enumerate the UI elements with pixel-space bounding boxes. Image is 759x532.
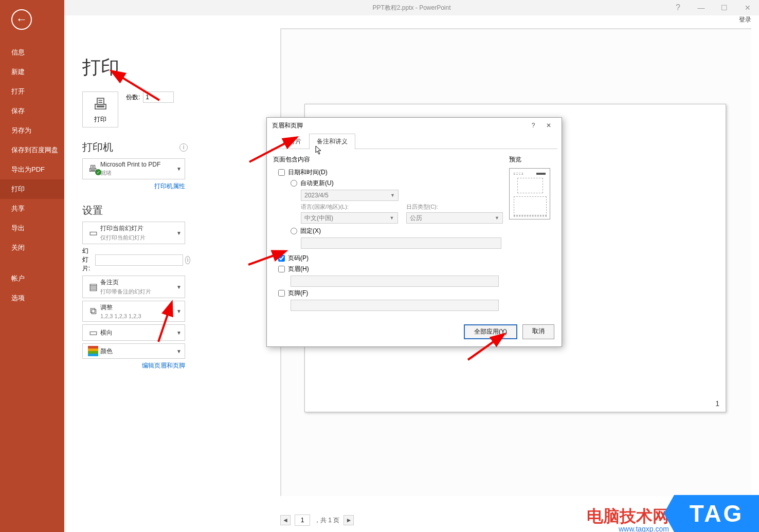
printer-device-icon: 🖶✓ — [86, 163, 100, 174]
dialog-title: 页眉和页脚 — [272, 121, 303, 130]
printer-dropdown[interactable]: 🖶✓ Microsoft Print to PDF 就绪 ▼ — [82, 158, 185, 179]
collate-dropdown[interactable]: ⧉ 调整 1,2,3 1,2,3 1,2,3 ▼ — [82, 301, 185, 322]
print-range-line2: 仅打印当前幻灯片 — [100, 234, 176, 242]
orientation-icon: ▭ — [86, 327, 100, 338]
color-dropdown[interactable]: 颜色 ▼ — [82, 343, 185, 359]
header-footer-dialog: 页眉和页脚 ? ✕ 幻灯片 备注和讲义 页面包含内容 日期和时间(D) 自动更新… — [266, 117, 562, 347]
auto-update-radio[interactable] — [291, 180, 297, 187]
copies-label: 份数: — [126, 93, 140, 102]
dialog-close-button[interactable]: ✕ — [541, 122, 556, 129]
current-page-input[interactable] — [295, 515, 310, 526]
print-button[interactable]: 🖶 打印 — [82, 91, 118, 127]
notes-page-icon: ▤ — [86, 281, 100, 292]
help-button[interactable]: ? — [666, 0, 690, 15]
edit-header-footer-link[interactable]: 编辑页眉和页脚 — [82, 361, 185, 370]
prev-page-button[interactable]: ◄ — [280, 515, 291, 525]
sidebar-item-new[interactable]: 新建 — [0, 62, 64, 82]
collate-icon: ⧉ — [86, 306, 100, 317]
sidebar-item-saveas[interactable]: 另存为 — [0, 121, 64, 140]
page-number-checkbox[interactable] — [278, 255, 285, 262]
sidebar-item-export[interactable]: 导出 — [0, 218, 64, 238]
fixed-label: 固定(X) — [300, 227, 321, 235]
close-window-button[interactable]: ✕ — [736, 0, 759, 15]
maximize-button[interactable]: ☐ — [713, 0, 736, 15]
calendar-label: 日历类型(C): — [406, 203, 503, 211]
layout-dropdown[interactable]: ▤ 备注页 打印带备注的幻灯片 ▼ — [82, 276, 185, 298]
chevron-down-icon: ▼ — [176, 308, 182, 314]
sidebar-item-open[interactable]: 打开 — [0, 82, 64, 101]
total-pages-label: ，共 1 页 — [314, 516, 339, 525]
footer-label: 页脚(F) — [288, 289, 308, 298]
slides-label: 幻灯片: — [82, 247, 93, 273]
auto-update-label: 自动更新(U) — [300, 179, 334, 188]
info-icon[interactable]: i — [179, 143, 188, 152]
page-navigation: ◄ ，共 1 页 ► — [280, 515, 354, 526]
header-input[interactable] — [291, 276, 499, 287]
sidebar-item-account[interactable]: 帐户 — [0, 269, 64, 288]
back-button[interactable]: ← — [11, 9, 32, 30]
backstage-sidebar: ← 信息 新建 打开 保存 另存为 保存到百度网盘 导出为PDF 打印 共享 导… — [0, 0, 64, 532]
language-label: 语言(国家/地区)(L): — [301, 203, 398, 211]
minimize-button[interactable]: ― — [690, 0, 713, 15]
printer-properties-link[interactable]: 打印机属性 — [82, 182, 185, 191]
color-icon — [86, 346, 100, 356]
slides-icon: ▭ — [86, 227, 100, 239]
fixed-radio[interactable] — [291, 228, 297, 234]
printer-section-title: 打印机 — [82, 140, 113, 154]
printer-section-header: 打印机 i — [82, 140, 188, 154]
datetime-label: 日期和时间(D) — [288, 168, 328, 177]
page-number-label: 页码(P) — [288, 254, 309, 263]
orientation-line1: 横向 — [100, 328, 176, 337]
sidebar-item-baidu[interactable]: 保存到百度网盘 — [0, 140, 64, 160]
collate-line1: 调整 — [100, 303, 176, 312]
printer-status: 就绪 — [100, 169, 176, 177]
layout-line2: 打印带备注的幻灯片 — [100, 288, 176, 296]
orientation-dropdown[interactable]: ▭ 横向 ▼ — [82, 324, 185, 341]
login-link[interactable]: 登录 — [64, 15, 759, 27]
chevron-down-icon: ▼ — [176, 330, 182, 336]
title-bar: PPT教程2.pptx - PowerPoint ? ― ☐ ✕ — [64, 0, 759, 15]
language-dropdown[interactable]: 中文(中国) ▼ — [301, 212, 398, 224]
print-button-label: 打印 — [94, 115, 106, 124]
dialog-preview — [509, 168, 550, 219]
header-label: 页眉(H) — [288, 265, 309, 273]
watermark-url: www.tagxp.com — [619, 525, 669, 532]
header-checkbox[interactable] — [278, 266, 285, 272]
footer-input[interactable] — [291, 300, 499, 311]
settings-section-title: 设置 — [82, 204, 103, 217]
sidebar-item-share[interactable]: 共享 — [0, 199, 64, 218]
slides-input[interactable] — [95, 254, 183, 266]
cancel-button[interactable]: 取消 — [522, 324, 554, 339]
sidebar-item-save[interactable]: 保存 — [0, 101, 64, 121]
apply-all-button[interactable]: 全部应用(Y) — [464, 324, 517, 339]
calendar-dropdown[interactable]: 公历 ▼ — [406, 212, 503, 224]
chevron-down-icon: ▼ — [176, 348, 182, 354]
collate-line2: 1,2,3 1,2,3 1,2,3 — [100, 313, 176, 319]
sidebar-item-options[interactable]: 选项 — [0, 288, 64, 308]
layout-line1: 备注页 — [100, 278, 176, 287]
printer-name: Microsoft Print to PDF — [100, 161, 176, 168]
sidebar-item-print[interactable]: 打印 — [0, 179, 64, 199]
chevron-down-icon: ▼ — [176, 230, 182, 236]
sidebar-item-close[interactable]: 关闭 — [0, 238, 64, 258]
group-label: 页面包含内容 — [273, 155, 503, 164]
tab-slide[interactable]: 幻灯片 — [275, 134, 309, 149]
date-format-dropdown[interactable]: 2023/4/5 ▼ — [301, 190, 399, 201]
sidebar-item-info[interactable]: 信息 — [0, 43, 64, 62]
chevron-down-icon: ▼ — [176, 166, 182, 172]
calendar-value: 公历 — [410, 214, 422, 223]
chevron-down-icon: ▼ — [495, 215, 499, 221]
dialog-help-button[interactable]: ? — [526, 122, 541, 129]
next-page-button[interactable]: ► — [344, 515, 354, 525]
watermark-tag: TAG — [674, 495, 759, 532]
sidebar-item-exportpdf[interactable]: 导出为PDF — [0, 160, 64, 179]
datetime-checkbox[interactable] — [278, 169, 285, 176]
fixed-date-input[interactable] — [301, 237, 501, 249]
print-range-dropdown[interactable]: ▭ 打印当前幻灯片 仅打印当前幻灯片 ▼ — [82, 222, 185, 244]
preview-page-number: 1 — [715, 399, 719, 408]
window-title: PPT教程2.pptx - PowerPoint — [372, 4, 450, 12]
footer-checkbox[interactable] — [278, 290, 285, 297]
copies-input[interactable] — [143, 91, 174, 103]
info-icon[interactable]: i — [185, 256, 190, 264]
cursor-icon — [315, 145, 323, 157]
